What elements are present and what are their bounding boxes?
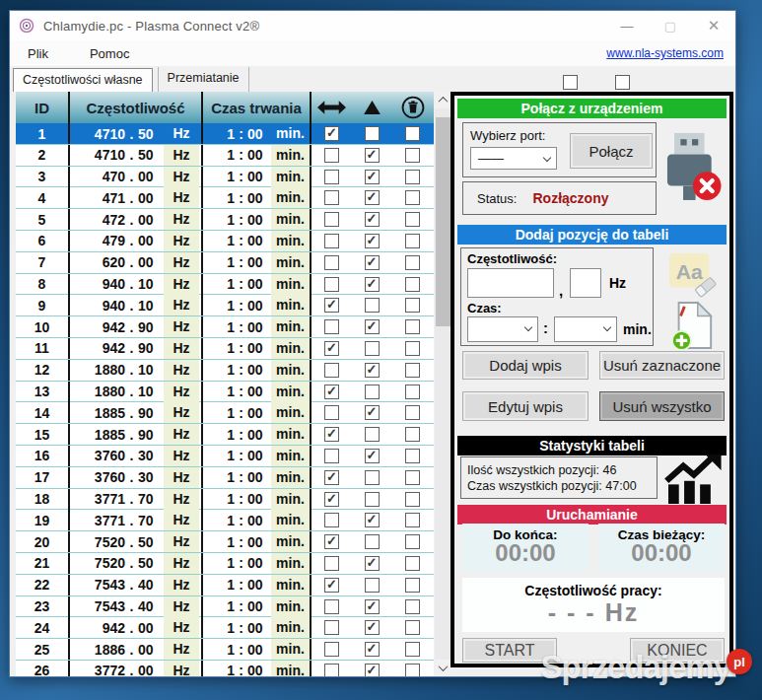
website-link[interactable]: www.nla-systems.com [606, 46, 724, 60]
table-row[interactable]: 237543.40Hz1:00min. [16, 596, 434, 618]
row-loop-checkbox[interactable] [310, 231, 352, 251]
table-row[interactable]: 11942.90Hz1:00min. [16, 338, 434, 360]
row-sweep-checkbox[interactable] [352, 402, 391, 423]
row-delete-checkbox[interactable] [391, 209, 434, 230]
frequency-decimal-input[interactable] [570, 268, 601, 298]
table-row[interactable]: 5472.00Hz1:00min. [16, 209, 434, 231]
row-sweep-checkbox[interactable] [352, 531, 391, 552]
frequency-input[interactable] [467, 268, 554, 298]
row-sweep-checkbox[interactable] [352, 295, 391, 315]
row-sweep-checkbox[interactable] [352, 274, 391, 295]
row-sweep-checkbox[interactable] [352, 553, 391, 574]
table-row[interactable]: 207520.50Hz1:00min. [16, 531, 434, 553]
row-loop-checkbox[interactable] [310, 553, 352, 574]
row-sweep-checkbox[interactable] [352, 661, 391, 676]
seconds-select[interactable] [554, 316, 617, 342]
row-sweep-checkbox[interactable] [352, 187, 391, 208]
row-loop-checkbox[interactable] [310, 531, 352, 552]
row-sweep-checkbox[interactable] [352, 231, 391, 251]
row-loop-checkbox[interactable] [310, 402, 352, 423]
row-delete-checkbox[interactable] [391, 295, 434, 315]
row-loop-checkbox[interactable] [310, 209, 352, 230]
add-document-icon[interactable] [669, 301, 715, 352]
row-delete-checkbox[interactable] [391, 446, 434, 466]
row-loop-checkbox[interactable] [310, 338, 352, 359]
row-loop-checkbox[interactable] [310, 316, 352, 337]
tab-sweep[interactable]: Przemiatanie [158, 67, 249, 92]
loop-all-checkbox[interactable] [563, 75, 578, 90]
row-delete-checkbox[interactable] [391, 639, 434, 660]
row-loop-checkbox[interactable] [310, 145, 352, 166]
maximize-button[interactable]: ▢ [649, 11, 692, 40]
row-loop-checkbox[interactable] [310, 575, 352, 595]
edit-entry-button[interactable]: Edytuj wpis [462, 391, 589, 421]
row-loop-checkbox[interactable] [310, 489, 352, 510]
table-row[interactable]: 24710.50Hz1:00min. [16, 145, 434, 167]
row-loop-checkbox[interactable] [310, 123, 352, 144]
table-row[interactable]: 8940.10Hz1:00min. [16, 274, 434, 296]
scroll-up-icon[interactable] [435, 92, 451, 108]
row-sweep-checkbox[interactable] [352, 252, 391, 273]
row-delete-checkbox[interactable] [391, 187, 434, 208]
row-delete-checkbox[interactable] [391, 382, 434, 402]
row-loop-checkbox[interactable] [310, 661, 352, 676]
table-row[interactable]: 217520.50Hz1:00min. [16, 553, 434, 575]
row-sweep-checkbox[interactable] [352, 167, 391, 187]
table-row[interactable]: 131880.10Hz1:00min. [16, 382, 434, 403]
row-sweep-checkbox[interactable] [352, 209, 391, 230]
row-sweep-checkbox[interactable] [352, 639, 391, 660]
remove-all-button[interactable]: Usuń wszystko [599, 391, 725, 421]
row-sweep-checkbox[interactable] [352, 446, 391, 466]
row-delete-checkbox[interactable] [391, 231, 434, 251]
row-delete-checkbox[interactable] [391, 316, 434, 337]
row-sweep-checkbox[interactable] [352, 316, 391, 337]
connect-button[interactable]: Połącz [570, 133, 653, 169]
table-row[interactable]: 173760.30Hz1:00min. [16, 467, 434, 489]
row-delete-checkbox[interactable] [391, 167, 434, 187]
row-delete-checkbox[interactable] [391, 338, 434, 359]
row-sweep-checkbox[interactable] [352, 467, 391, 488]
minimize-button[interactable]: — [605, 11, 649, 40]
row-loop-checkbox[interactable] [310, 596, 352, 617]
row-delete-checkbox[interactable] [391, 252, 434, 273]
row-sweep-checkbox[interactable] [352, 575, 391, 595]
rename-icon[interactable]: Aa [667, 251, 719, 299]
row-sweep-checkbox[interactable] [352, 489, 391, 510]
table-scrollbar[interactable] [435, 92, 451, 676]
tab-own-frequencies[interactable]: Częstotliwości własne [13, 68, 153, 92]
scroll-down-icon[interactable] [435, 660, 451, 676]
row-delete-checkbox[interactable] [391, 123, 434, 144]
row-sweep-checkbox[interactable] [352, 123, 391, 144]
table-row[interactable]: 9940.10Hz1:00min. [16, 295, 434, 316]
table-row[interactable]: 193771.70Hz1:00min. [16, 510, 434, 531]
table-row[interactable]: 24942.00Hz1:00min. [16, 617, 434, 639]
row-loop-checkbox[interactable] [310, 187, 352, 208]
table-row[interactable]: 141885.90Hz1:00min. [16, 402, 434, 424]
scrollbar-thumb[interactable] [436, 117, 450, 326]
port-select[interactable]: —— [470, 147, 557, 170]
row-sweep-checkbox[interactable] [352, 145, 391, 166]
row-delete-checkbox[interactable] [391, 360, 434, 381]
minutes-select[interactable] [467, 316, 538, 342]
table-row[interactable]: 3470.00Hz1:00min. [16, 167, 434, 188]
table-row[interactable]: 10942.90Hz1:00min. [16, 316, 434, 338]
sweep-all-checkbox[interactable] [615, 75, 630, 90]
row-delete-checkbox[interactable] [391, 510, 434, 530]
table-row[interactable]: 4471.00Hz1:00min. [16, 187, 434, 209]
table-row[interactable]: 251886.00Hz1:00min. [16, 639, 434, 661]
row-loop-checkbox[interactable] [310, 274, 352, 295]
row-delete-checkbox[interactable] [391, 617, 434, 638]
table-row[interactable]: 7620.00Hz1:00min. [16, 252, 434, 274]
row-delete-checkbox[interactable] [391, 274, 434, 295]
row-delete-checkbox[interactable] [391, 402, 434, 423]
table-row[interactable]: 263772.00Hz1:00min. [16, 661, 434, 676]
row-sweep-checkbox[interactable] [352, 424, 391, 445]
row-delete-checkbox[interactable] [391, 596, 434, 617]
row-delete-checkbox[interactable] [391, 489, 434, 510]
row-loop-checkbox[interactable] [310, 167, 352, 187]
row-loop-checkbox[interactable] [310, 467, 352, 488]
menu-help[interactable]: Pomoc [80, 43, 139, 64]
row-sweep-checkbox[interactable] [352, 382, 391, 402]
row-loop-checkbox[interactable] [310, 252, 352, 273]
row-loop-checkbox[interactable] [310, 382, 352, 402]
